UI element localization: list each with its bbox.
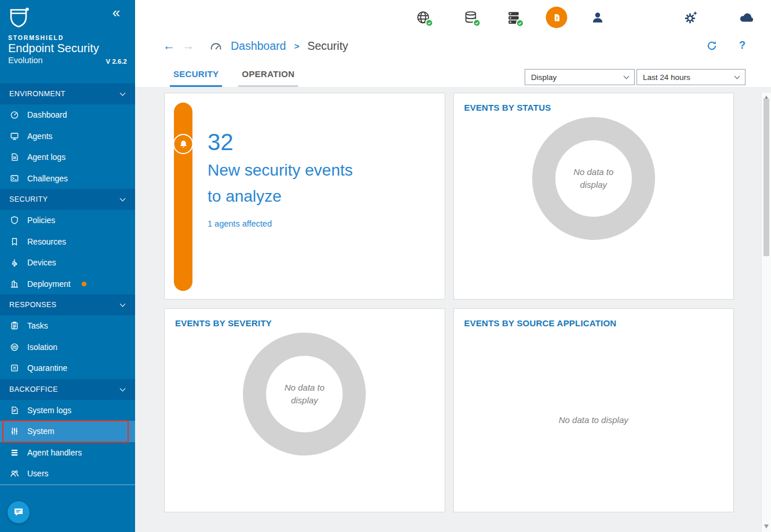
cloud-icon[interactable]	[739, 9, 755, 25]
deployment-icon	[9, 279, 20, 289]
product-name: Endpoint Security	[8, 42, 127, 55]
sidebar: « STORMSHIELD Endpoint Security Evolutio…	[0, 0, 135, 532]
alert-message: New security events to analyze	[208, 157, 361, 210]
tasks-icon	[9, 321, 20, 330]
sidebar-section-security[interactable]: SECURITY	[0, 189, 135, 210]
help-icon[interactable]: ?	[739, 39, 745, 52]
app-window: « STORMSHIELD Endpoint Security Evolutio…	[0, 0, 771, 532]
sidebar-item-isolation[interactable]: Isolation	[0, 337, 135, 358]
card-title: EVENTS BY SEVERITY	[165, 309, 445, 328]
sidebar-divider	[0, 484, 135, 485]
sidebar-item-challenges[interactable]: Challenges	[0, 168, 135, 190]
settings-gear-icon[interactable]	[683, 10, 699, 25]
collapse-sidebar-icon[interactable]: «	[112, 6, 120, 20]
sidebar-nav: ENVIRONMENT Dashboard Agents Agent log	[0, 83, 135, 485]
bell-icon	[173, 134, 194, 154]
tabs-bar: SECURITY OPERATION Display Last 24 hours	[135, 57, 771, 87]
sidebar-item-devices[interactable]: Devices	[0, 252, 135, 274]
alert-accent-bar	[174, 103, 192, 291]
brand-name: STORMSHIELD	[8, 34, 127, 41]
chevron-down-icon	[120, 90, 126, 96]
agent-logs-icon	[9, 152, 20, 162]
internet-status-icon[interactable]	[416, 10, 431, 25]
main-area: ← → Dashboard > Security ? SECURITY OPER…	[135, 0, 771, 532]
chevron-down-icon	[120, 385, 126, 391]
sidebar-section-responses[interactable]: RESPONSES	[0, 294, 135, 315]
chevron-down-icon	[120, 301, 126, 307]
sidebar-item-agent-handlers[interactable]: Agent handlers	[0, 442, 135, 464]
no-data-message: No data to display	[559, 415, 628, 425]
breadcrumb-root[interactable]: Dashboard	[231, 39, 286, 53]
breadcrumb-bar: ← → Dashboard > Security ?	[135, 35, 771, 57]
sidebar-item-system[interactable]: System	[0, 421, 135, 442]
user-icon[interactable]	[591, 11, 605, 24]
system-logs-icon	[9, 406, 20, 415]
deployment-notification-dot	[82, 282, 86, 286]
new-security-events-card: 32 New security events to analyze 1 agen…	[164, 93, 445, 300]
tab-security[interactable]: SECURITY	[170, 69, 222, 87]
sidebar-item-policies[interactable]: Policies	[0, 210, 135, 231]
sidebar-item-users[interactable]: Users	[0, 463, 135, 484]
chat-bubble-icon	[13, 507, 24, 518]
database-status-icon[interactable]	[464, 10, 478, 25]
breadcrumb-separator: >	[293, 41, 300, 51]
product-version: V 2.6.2	[106, 58, 127, 65]
sidebar-item-quarantine[interactable]: Quarantine	[0, 358, 135, 379]
time-range-dropdown[interactable]: Last 24 hours	[637, 69, 745, 85]
chevron-down-icon	[624, 74, 630, 79]
status-ok-badge	[473, 19, 481, 27]
sidebar-item-agent-logs[interactable]: Agent logs	[0, 147, 135, 168]
events-by-severity-card: EVENTS BY SEVERITY No data to display	[164, 308, 445, 512]
breadcrumb-current: Security	[307, 39, 348, 53]
sidebar-item-resources[interactable]: Resources	[0, 231, 135, 253]
sidebar-item-dashboard[interactable]: Dashboard	[0, 104, 135, 126]
dashboard-gauge-icon	[209, 40, 223, 52]
chat-button[interactable]	[8, 501, 30, 523]
no-data-message: No data to display	[566, 166, 621, 192]
sidebar-section-environment[interactable]: ENVIRONMENT	[0, 83, 135, 104]
scroll-down-arrow[interactable]	[764, 524, 769, 529]
display-dropdown[interactable]: Display	[525, 69, 635, 85]
sidebar-header: « STORMSHIELD Endpoint Security Evolutio…	[0, 0, 135, 83]
alert-text-block: 32 New security events to analyze 1 agen…	[192, 103, 361, 290]
card-title: EVENTS BY SOURCE APPLICATION	[454, 309, 734, 328]
no-data-message: No data to display	[277, 381, 332, 407]
status-donut-chart: No data to display	[532, 117, 655, 240]
back-arrow-icon[interactable]: ←	[163, 39, 175, 53]
scrollbar-thumb[interactable]	[763, 99, 769, 256]
agents-affected-link[interactable]: 1 agents affected	[208, 219, 272, 228]
status-ok-badge	[516, 19, 524, 27]
agent-handler-status-icon[interactable]	[506, 10, 521, 25]
usb-icon	[9, 258, 20, 267]
shield-icon	[9, 216, 20, 225]
logs-notification-icon[interactable]	[546, 7, 568, 28]
event-count: 32	[208, 129, 361, 155]
product-edition: Evolution	[8, 56, 43, 65]
status-ok-badge	[425, 19, 434, 27]
forward-arrow-icon[interactable]: →	[182, 39, 194, 53]
users-icon	[9, 469, 20, 478]
vertical-scrollbar[interactable]	[761, 93, 771, 532]
sidebar-item-agents[interactable]: Agents	[0, 126, 135, 147]
chevron-down-icon	[734, 74, 740, 79]
dashboard-icon	[9, 110, 20, 119]
agent-handlers-icon	[9, 448, 20, 457]
system-sliders-icon	[9, 427, 20, 436]
annotation-highlight	[2, 420, 129, 443]
events-by-source-application-card: EVENTS BY SOURCE APPLICATION No data to …	[453, 308, 734, 512]
tab-operation[interactable]: OPERATION	[238, 69, 298, 87]
challenges-icon	[9, 174, 20, 183]
resources-icon	[9, 237, 20, 246]
agents-icon	[9, 132, 20, 141]
sidebar-item-deployment[interactable]: Deployment	[0, 274, 135, 295]
stormshield-logo-icon	[8, 6, 127, 29]
sidebar-item-tasks[interactable]: Tasks	[0, 315, 135, 337]
sidebar-item-system-logs[interactable]: System logs	[0, 400, 135, 421]
sidebar-section-backoffice[interactable]: BACKOFFICE	[0, 379, 135, 400]
card-title: EVENTS BY STATUS	[454, 93, 734, 112]
dashboard-content: 32 New security events to analyze 1 agen…	[135, 87, 771, 532]
quarantine-icon	[9, 363, 20, 373]
refresh-icon[interactable]	[706, 40, 718, 52]
top-status-bar	[135, 0, 771, 35]
isolation-icon	[9, 342, 20, 352]
